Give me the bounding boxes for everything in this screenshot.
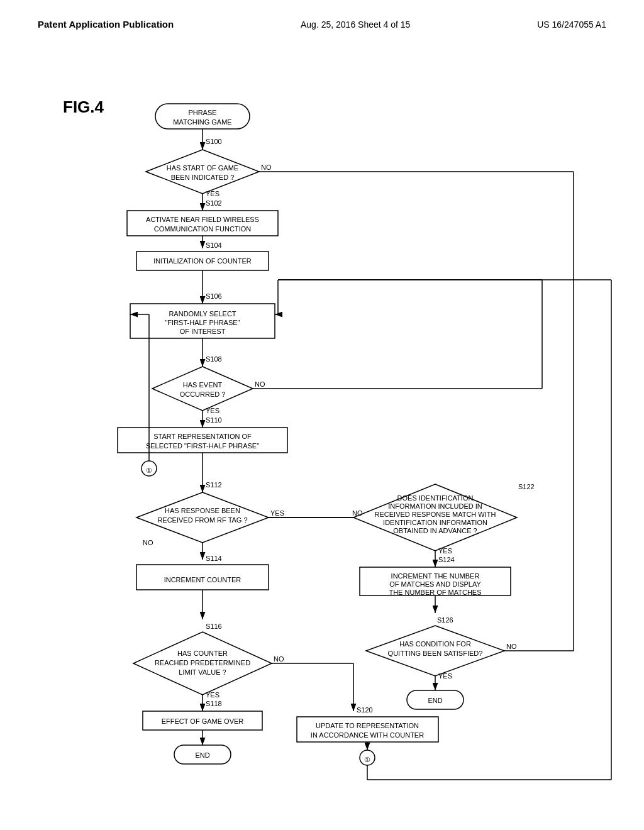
svg-text:①: ① <box>146 467 152 474</box>
svg-text:HAS EVENT: HAS EVENT <box>183 381 223 389</box>
svg-text:S118: S118 <box>206 700 222 707</box>
svg-text:INCREMENT COUNTER: INCREMENT COUNTER <box>164 576 242 584</box>
svg-text:RANDOMLY SELECT: RANDOMLY SELECT <box>169 310 236 318</box>
svg-text:INITIALIZATION OF COUNTER: INITIALIZATION OF COUNTER <box>153 257 252 265</box>
svg-text:S108: S108 <box>206 355 222 363</box>
svg-text:S114: S114 <box>206 555 222 562</box>
svg-text:REACHED PREDETERMINED: REACHED PREDETERMINED <box>155 659 250 667</box>
svg-text:RECEIVED RESPONSE MATCH WITH: RECEIVED RESPONSE MATCH WITH <box>375 511 496 518</box>
svg-text:EFFECT OF GAME OVER: EFFECT OF GAME OVER <box>162 717 244 725</box>
svg-text:RECEIVED FROM RF TAG ?: RECEIVED FROM RF TAG ? <box>157 516 247 524</box>
svg-text:OF MATCHES AND DISPLAY: OF MATCHES AND DISPLAY <box>389 580 481 588</box>
svg-text:OCCURRED ?: OCCURRED ? <box>180 390 226 398</box>
svg-text:PHRASE: PHRASE <box>188 109 216 116</box>
svg-text:NO: NO <box>255 380 265 388</box>
svg-text:NO: NO <box>506 643 517 650</box>
svg-text:S104: S104 <box>206 241 222 249</box>
svg-text:END: END <box>428 697 442 704</box>
svg-text:S116: S116 <box>206 622 222 630</box>
svg-text:S102: S102 <box>206 199 222 207</box>
svg-text:MATCHING GAME: MATCHING GAME <box>173 118 231 126</box>
svg-text:①: ① <box>364 756 370 763</box>
svg-text:YES: YES <box>438 672 452 680</box>
svg-text:YES: YES <box>270 509 284 517</box>
svg-text:S124: S124 <box>438 556 455 563</box>
flowchart: PHRASE MATCHING GAME S100 HAS START OF G… <box>0 82 644 817</box>
svg-text:OBTAINED IN ADVANCE ?: OBTAINED IN ADVANCE ? <box>393 527 477 534</box>
svg-text:INFORMATION INCLUDED IN: INFORMATION INCLUDED IN <box>388 502 482 510</box>
header-publication: Patent Application Publication <box>38 19 174 30</box>
svg-text:YES: YES <box>438 547 452 555</box>
svg-text:LIMIT VALUE ?: LIMIT VALUE ? <box>179 668 226 676</box>
svg-text:OF INTEREST: OF INTEREST <box>180 328 226 335</box>
svg-text:S126: S126 <box>437 616 453 624</box>
svg-text:IDENTIFICATION INFORMATION: IDENTIFICATION INFORMATION <box>383 519 487 526</box>
svg-text:S110: S110 <box>206 416 222 424</box>
svg-text:NO: NO <box>143 539 153 546</box>
svg-text:YES: YES <box>206 691 219 699</box>
svg-text:S100: S100 <box>206 138 222 145</box>
svg-text:QUITTING BEEN SATISFIED?: QUITTING BEEN SATISFIED? <box>388 650 483 657</box>
svg-text:YES: YES <box>206 190 219 197</box>
svg-text:S120: S120 <box>357 706 373 714</box>
svg-text:HAS CONDITION FOR: HAS CONDITION FOR <box>399 640 471 648</box>
svg-text:NO: NO <box>274 655 284 663</box>
svg-text:S106: S106 <box>206 292 222 300</box>
svg-text:INCREMENT THE NUMBER: INCREMENT THE NUMBER <box>391 572 480 580</box>
svg-marker-7 <box>146 150 259 194</box>
svg-text:HAS RESPONSE BEEN: HAS RESPONSE BEEN <box>165 507 240 514</box>
svg-text:"FIRST-HALF PHRASE": "FIRST-HALF PHRASE" <box>165 319 240 326</box>
svg-text:NO: NO <box>261 163 272 171</box>
svg-text:IN ACCORDANCE WITH COUNTER: IN ACCORDANCE WITH COUNTER <box>311 731 424 739</box>
svg-text:DOES IDENTIFICATION: DOES IDENTIFICATION <box>397 494 474 502</box>
page-header: Patent Application Publication Aug. 25, … <box>0 0 644 36</box>
svg-text:THE NUMBER OF MATCHES: THE NUMBER OF MATCHES <box>389 589 481 596</box>
svg-text:COMMUNICATION FUNCTION: COMMUNICATION FUNCTION <box>154 225 251 233</box>
svg-text:BEEN INDICATED ?: BEEN INDICATED ? <box>171 174 235 181</box>
svg-text:NO: NO <box>352 509 363 517</box>
svg-marker-31 <box>152 367 253 411</box>
header-patent-num: US 16/247055 A1 <box>537 19 606 30</box>
svg-text:YES: YES <box>206 407 219 414</box>
header-date-sheet: Aug. 25, 2016 Sheet 4 of 15 <box>301 19 410 30</box>
svg-text:HAS START OF GAME: HAS START OF GAME <box>167 164 238 172</box>
svg-text:START REPRESENTATION OF: START REPRESENTATION OF <box>153 433 252 440</box>
svg-text:HAS COUNTER: HAS COUNTER <box>177 650 228 657</box>
svg-text:SELECTED "FIRST-HALF PHRASE": SELECTED "FIRST-HALF PHRASE" <box>146 442 259 450</box>
svg-text:END: END <box>195 751 209 759</box>
svg-text:S122: S122 <box>518 483 535 490</box>
svg-text:UPDATE TO REPRESENTATION: UPDATE TO REPRESENTATION <box>316 722 419 729</box>
svg-text:ACTIVATE NEAR FIELD WIRELESS: ACTIVATE NEAR FIELD WIRELESS <box>146 216 259 223</box>
svg-text:S112: S112 <box>206 481 222 489</box>
